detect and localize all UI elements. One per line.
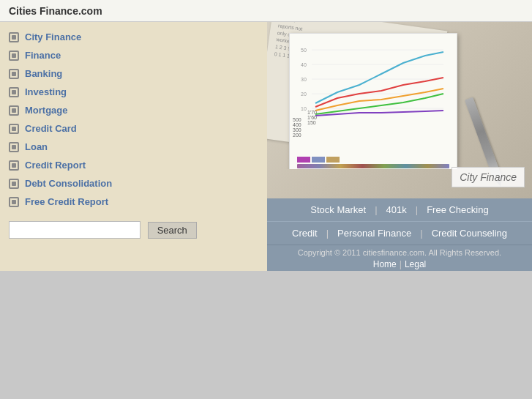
nav-link-loan[interactable]: Loan xyxy=(25,141,48,152)
footer-links: Home|Legal xyxy=(267,259,532,269)
footer: Copyright © 2011 citiesfinance.com. All … xyxy=(267,245,532,271)
nav-link-banking[interactable]: Banking xyxy=(25,68,62,79)
chart-svg: 50 40 30 20 10 xyxy=(301,41,447,129)
bullet-icon xyxy=(9,87,19,97)
link-401k[interactable]: 401k xyxy=(381,204,413,215)
link-credit-counseling[interactable]: Credit Counseling xyxy=(426,228,513,239)
bullet-icon xyxy=(9,51,19,61)
search-input[interactable] xyxy=(9,221,141,239)
svg-text:10: 10 xyxy=(301,106,307,111)
city-finance-label: City Finance xyxy=(452,167,525,187)
nav-list: City FinanceFinanceBankingInvestingMortg… xyxy=(0,28,267,211)
sidebar-item-city-finance[interactable]: City Finance xyxy=(0,28,267,46)
separator-sep2: | xyxy=(413,204,421,215)
svg-text:20: 20 xyxy=(301,92,307,97)
link-personal-finance[interactable]: Personal Finance xyxy=(331,228,417,239)
svg-text:30: 30 xyxy=(301,77,307,82)
sidebar-item-credit-report[interactable]: Credit Report xyxy=(0,156,267,174)
header: Cities Finance.com xyxy=(0,0,532,22)
link-stock-market[interactable]: Stock Market xyxy=(304,204,372,215)
footer-separator: | xyxy=(400,259,402,269)
main-container: City FinanceFinanceBankingInvestingMortg… xyxy=(0,22,532,271)
footer-link-legal[interactable]: Legal xyxy=(405,259,426,269)
sidebar-item-credit-card[interactable]: Credit Card xyxy=(0,119,267,138)
bullet-icon xyxy=(9,160,19,171)
sidebar-item-loan[interactable]: Loan xyxy=(0,138,267,156)
nav-link-city-finance[interactable]: City Finance xyxy=(25,31,81,42)
footer-link-home[interactable]: Home xyxy=(373,259,397,269)
sidebar-item-free-credit-report[interactable]: Free Credit Report xyxy=(0,193,267,211)
bullet-icon xyxy=(9,69,19,79)
search-area: Search xyxy=(0,211,267,249)
sidebar-item-banking[interactable]: Banking xyxy=(0,64,267,83)
nav-link-free-credit-report[interactable]: Free Credit Report xyxy=(25,196,108,207)
search-button[interactable]: Search xyxy=(148,222,197,239)
link-free-checking[interactable]: Free Checking xyxy=(421,204,495,215)
footer-copyright: Copyright © 2011 citiesfinance.com. All … xyxy=(267,248,532,257)
links-row-1: Stock Market|401k|Free Checking xyxy=(267,198,532,222)
nav-link-investing[interactable]: Investing xyxy=(25,86,67,97)
hero-image: WORK reports not only our workers 1 2 3 … xyxy=(267,22,532,198)
separator-sep3: | xyxy=(323,228,331,239)
bullet-icon xyxy=(9,197,19,207)
nav-link-credit-card[interactable]: Credit Card xyxy=(25,123,77,134)
nav-link-mortgage[interactable]: Mortgage xyxy=(25,105,68,116)
bullet-icon xyxy=(9,105,19,116)
sidebar: City FinanceFinanceBankingInvestingMortg… xyxy=(0,22,267,271)
nav-link-debt-consolidation[interactable]: Debt Consolidation xyxy=(25,178,112,189)
bullet-icon xyxy=(9,124,19,134)
sidebar-item-debt-consolidation[interactable]: Debt Consolidation xyxy=(0,174,267,193)
sidebar-item-mortgage[interactable]: Mortgage xyxy=(0,101,267,119)
sidebar-item-finance[interactable]: Finance xyxy=(0,46,267,64)
links-bar: Stock Market|401k|Free Checking Credit|P… xyxy=(267,198,532,245)
svg-text:40: 40 xyxy=(301,62,307,67)
sidebar-item-investing[interactable]: Investing xyxy=(0,83,267,101)
nav-link-credit-report[interactable]: Credit Report xyxy=(25,160,86,171)
bullet-icon xyxy=(9,32,19,42)
separator-sep4: | xyxy=(417,228,425,239)
svg-text:50: 50 xyxy=(301,48,307,53)
bullet-icon xyxy=(9,142,19,152)
separator-sep1: | xyxy=(372,204,380,215)
site-title: Cities Finance.com xyxy=(9,5,102,17)
right-panel: WORK reports not only our workers 1 2 3 … xyxy=(267,22,532,271)
nav-link-finance[interactable]: Finance xyxy=(25,50,61,61)
link-credit[interactable]: Credit xyxy=(286,228,323,239)
links-row-2: Credit|Personal Finance|Credit Counselin… xyxy=(267,222,532,245)
bullet-icon xyxy=(9,179,19,189)
